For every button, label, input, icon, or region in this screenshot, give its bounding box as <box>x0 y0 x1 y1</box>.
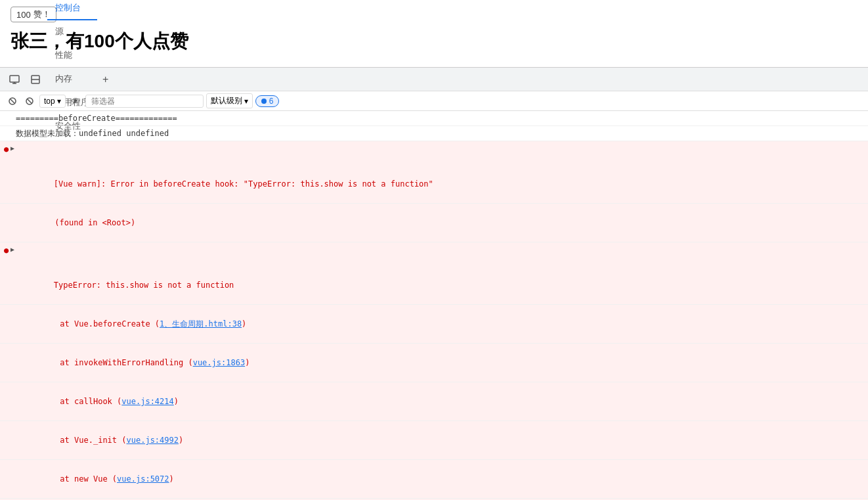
devtools: 元素控制台源性能内存应用程序安全性网络欢迎 + top ▾ 👁 默认级别 ▾ <box>0 68 868 500</box>
error-sub-text: (found in <Root>) <box>54 218 135 227</box>
stack-line-4: at Vue._init (vue.js:4992) <box>0 421 868 460</box>
console-typeerror-line: ● ▶ TypeError: this.show is not a functi… <box>0 242 868 305</box>
tab-performance[interactable]: 性能 <box>47 44 97 68</box>
tab-sources[interactable]: 源 <box>47 20 97 44</box>
context-label: top <box>44 97 55 106</box>
svg-rect-0 <box>10 76 19 82</box>
eye-button[interactable]: 👁 <box>68 94 83 108</box>
console-toolbar: top ▾ 👁 默认级别 ▾ 6 <box>0 91 868 111</box>
screencast-icon[interactable] <box>5 70 24 89</box>
level-label: 默认级别 <box>211 95 242 106</box>
chevron-down-icon: ▾ <box>57 97 61 106</box>
issues-dot <box>261 99 267 104</box>
page-title: 张三，有100个人点赞 <box>11 29 857 54</box>
issues-count: 6 <box>269 97 274 106</box>
issues-badge[interactable]: 6 <box>255 95 280 107</box>
svg-line-8 <box>28 99 32 103</box>
stack-line-1: at Vue.beforeCreate (1、生命周期.html:38) <box>0 305 868 344</box>
error-icon-2: ● <box>4 244 9 256</box>
tab-memory[interactable]: 内存 <box>47 68 97 91</box>
stack-link-5[interactable]: vue.js:5072 <box>117 474 169 484</box>
stack-line-5: at new Vue (vue.js:5072) <box>0 460 868 499</box>
block-button[interactable] <box>22 94 37 108</box>
tab-console[interactable]: 控制台 <box>47 0 97 20</box>
console-error-line: ● ▶ [Vue warn]: Error in beforeCreate ho… <box>0 141 868 204</box>
console-line: 数据模型未加载：undefined undefined <box>0 126 868 141</box>
svg-line-6 <box>11 99 14 103</box>
expand-arrow-icon-2[interactable]: ▶ <box>11 244 14 254</box>
tab-bar: 元素控制台源性能内存应用程序安全性网络欢迎 + <box>0 68 868 91</box>
typeerror-text: TypeError: this.show is not a function <box>44 281 234 290</box>
console-line: =========beforeCreate============= <box>0 111 868 126</box>
page-content: 100 赞！ 张三，有100个人点赞 <box>0 0 868 68</box>
clear-console-button[interactable] <box>5 94 20 108</box>
level-dropdown[interactable]: 默认级别 ▾ <box>206 93 253 108</box>
stack-link-4[interactable]: vue.js:4992 <box>127 436 179 445</box>
stack-link-2[interactable]: vue.js:1863 <box>193 358 245 367</box>
console-output: =========beforeCreate============= 数据模型未… <box>0 111 868 500</box>
stack-link-1[interactable]: 1、生命周期.html:38 <box>160 319 242 329</box>
stack-line-3: at callHook (vue.js:4214) <box>0 382 868 421</box>
filter-input[interactable] <box>85 95 204 108</box>
error-icon: ● <box>4 143 9 155</box>
console-error-sub: (found in <Root>) <box>0 204 868 242</box>
like-count: 100 <box>16 10 31 20</box>
chevron-down-icon-2: ▾ <box>244 97 248 106</box>
sensors-icon[interactable] <box>26 70 45 89</box>
error-text: [Vue warn]: Error in beforeCreate hook: … <box>44 179 433 189</box>
expand-arrow-icon[interactable]: ▶ <box>11 143 14 153</box>
stack-line-2: at invokeWithErrorHandling (vue.js:1863) <box>0 344 868 382</box>
stack-link-3[interactable]: vue.js:4214 <box>121 397 173 406</box>
tab-add-button[interactable]: + <box>97 71 114 88</box>
context-dropdown[interactable]: top ▾ <box>39 95 66 108</box>
